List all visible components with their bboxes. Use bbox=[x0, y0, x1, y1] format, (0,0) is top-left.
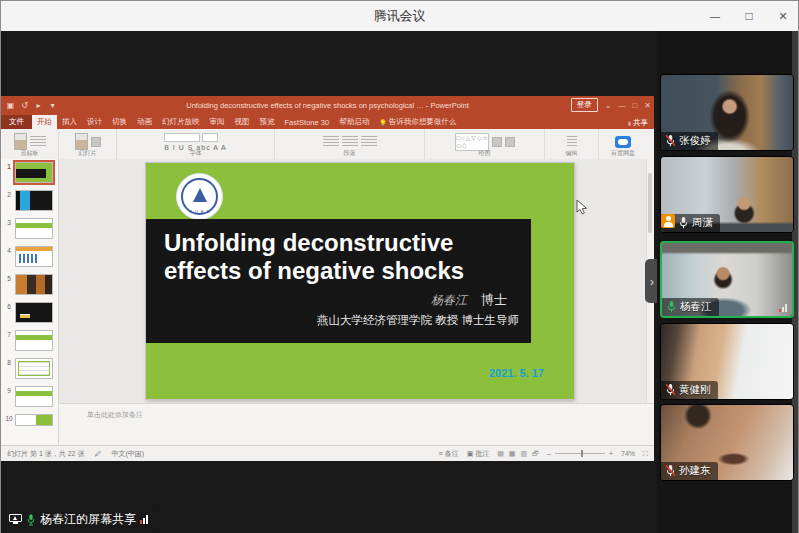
ppt-close-icon[interactable] bbox=[644, 101, 651, 110]
normal-view-icon[interactable]: ▤ bbox=[497, 450, 504, 458]
participant-tile[interactable]: 周潇 bbox=[660, 156, 794, 233]
new-slide-icon[interactable] bbox=[75, 133, 88, 150]
tab-review[interactable]: 审阅 bbox=[205, 115, 230, 129]
powerpoint-window: Unfolding deconstructive effects of nega… bbox=[1, 96, 654, 461]
slide-thumbnail-9[interactable]: 9 bbox=[3, 386, 58, 407]
minimize-icon[interactable] bbox=[708, 9, 722, 23]
slide-title-box[interactable]: Unfolding deconstructive effects of nega… bbox=[146, 219, 531, 343]
spellcheck-icon[interactable]: 🖉 bbox=[94, 450, 101, 457]
slideshow-view-icon[interactable]: 🗗 bbox=[532, 450, 539, 458]
slide-affiliation: 燕山大学经济管理学院 教授 博士生导师 bbox=[317, 313, 519, 328]
maximize-icon[interactable] bbox=[742, 9, 756, 23]
ribbon-group-editing: 编辑 bbox=[545, 129, 599, 159]
tab-design[interactable]: 设计 bbox=[82, 115, 107, 129]
ppt-minimize-icon[interactable] bbox=[618, 101, 625, 110]
slide-thumbnail-2[interactable]: 2 bbox=[3, 190, 58, 211]
ppt-restore-icon[interactable] bbox=[632, 101, 637, 110]
reading-view-icon[interactable]: ▥ bbox=[520, 450, 527, 458]
comments-toggle[interactable]: ▣ 批注 bbox=[467, 449, 490, 459]
slide-thumbnail-3[interactable]: 3 bbox=[3, 218, 58, 239]
mouse-cursor bbox=[576, 199, 588, 216]
ppt-document-title: Unfolding deconstructive effects of nega… bbox=[1, 101, 654, 110]
participant-tile[interactable]: 张俊婷 bbox=[660, 74, 794, 151]
mic-muted-icon bbox=[665, 134, 676, 148]
current-slide[interactable]: N U A A Unfolding deconstructive effects… bbox=[146, 163, 574, 399]
language-status[interactable]: 中文(中国) bbox=[111, 449, 144, 459]
zoom-control[interactable]: – + bbox=[547, 450, 613, 457]
tab-file[interactable]: 文件 bbox=[1, 115, 32, 129]
slideshow-icon[interactable] bbox=[34, 101, 43, 110]
slide-thumbnail-panel[interactable]: 1 2 3 4 5 6 7 8 9 10 bbox=[1, 159, 59, 446]
tab-view[interactable]: 视图 bbox=[230, 115, 255, 129]
ppt-titlebar: Unfolding deconstructive effects of nega… bbox=[1, 96, 654, 114]
save-icon[interactable] bbox=[6, 101, 15, 110]
participant-name: 杨春江 bbox=[680, 300, 712, 314]
ppt-status-bar: 幻灯片 第 1 张，共 22 张 🖉 中文(中国) ≡ 备注 ▣ 批注 ▤ ▦ … bbox=[1, 445, 654, 461]
mic-muted-icon bbox=[665, 464, 676, 478]
participants-sidebar: 张俊婷 周潇 杨春 bbox=[657, 31, 798, 533]
slide-thumbnail-1[interactable]: 1 bbox=[3, 162, 58, 183]
paste-icon[interactable] bbox=[14, 133, 27, 150]
baidu-cloud-icon[interactable] bbox=[615, 136, 631, 148]
person-icon bbox=[628, 119, 632, 128]
notes-toggle[interactable]: ≡ 备注 bbox=[439, 449, 459, 459]
font-name-box[interactable] bbox=[164, 133, 200, 142]
slide-counter: 幻灯片 第 1 张，共 22 张 bbox=[7, 449, 84, 459]
slide-thumbnail-10[interactable]: 10 bbox=[3, 414, 58, 426]
mic-muted-icon bbox=[665, 383, 676, 397]
tab-preview[interactable]: 预览 bbox=[255, 115, 280, 129]
tab-faststone[interactable]: FastStone 30 bbox=[280, 116, 335, 129]
ppt-ribbon: 剪贴板 幻灯片 B I U S abc A︎ A 字体 段落 bbox=[1, 129, 654, 160]
ribbon-group-font: B I U S abc A︎ A 字体 bbox=[117, 129, 275, 159]
tab-transitions[interactable]: 切换 bbox=[107, 115, 132, 129]
mic-on-icon bbox=[678, 216, 689, 230]
slide-thumbnail-8[interactable]: 8 bbox=[3, 358, 58, 379]
participant-tile[interactable]: 孙建东 bbox=[660, 404, 794, 481]
ppt-quick-access-toolbar bbox=[6, 101, 57, 110]
screen-share-banner[interactable]: 杨春江的屏幕共享 bbox=[4, 509, 155, 530]
ribbon-group-drawing: □○△▽◇☆ ⬭⬯ 绘图 bbox=[425, 129, 545, 159]
share-banner-text: 杨春江的屏幕共享 bbox=[40, 511, 136, 528]
ppt-signin-button[interactable]: 登录 bbox=[571, 98, 598, 112]
undo-icon[interactable] bbox=[20, 101, 29, 110]
lightbulb-icon bbox=[379, 118, 387, 127]
tab-help[interactable]: 帮助启动 bbox=[334, 115, 374, 129]
ppt-share-button[interactable]: 共享 bbox=[628, 118, 649, 128]
zoom-level[interactable]: 74% bbox=[621, 450, 635, 457]
ribbon-group-paragraph: 段落 bbox=[275, 129, 425, 159]
notes-pane[interactable]: 单击此处添加备注 bbox=[59, 403, 654, 446]
ribbon-options-icon[interactable] bbox=[605, 101, 612, 110]
ribbon-group-clipboard: 剪贴板 bbox=[1, 129, 59, 159]
slide-thumbnail-6[interactable]: 6 bbox=[3, 302, 58, 323]
host-badge-icon bbox=[661, 214, 675, 228]
slide-author: 杨春江博士 bbox=[431, 291, 507, 309]
fit-window-icon[interactable]: ⛶ bbox=[643, 450, 648, 458]
participant-tile-active-speaker[interactable]: 杨春江 bbox=[660, 241, 794, 318]
quick-access-more-icon[interactable] bbox=[48, 101, 57, 110]
close-icon[interactable] bbox=[776, 9, 790, 23]
slide-thumbnail-5[interactable]: 5 bbox=[3, 274, 58, 295]
slide-thumbnail-4[interactable]: 4 bbox=[3, 246, 58, 267]
participant-name: 周潇 bbox=[692, 216, 713, 230]
participant-tile[interactable]: 黄健刚 bbox=[660, 323, 794, 400]
shapes-gallery[interactable]: □○△▽◇☆ ⬭⬯ bbox=[455, 133, 489, 151]
font-size-box[interactable] bbox=[202, 133, 218, 142]
slide-date: 2021. 5. 17 bbox=[489, 367, 544, 379]
ribbon-group-baidu: 百度网盘 bbox=[599, 129, 647, 159]
tab-slideshow[interactable]: 幻灯片放映 bbox=[157, 115, 205, 129]
ribbon-group-slides: 幻灯片 bbox=[59, 129, 117, 159]
tab-animations[interactable]: 动画 bbox=[132, 115, 157, 129]
notes-placeholder: 单击此处添加备注 bbox=[87, 410, 654, 420]
participant-name: 张俊婷 bbox=[679, 134, 711, 148]
university-logo: N U A A bbox=[176, 173, 223, 220]
zoom-slider[interactable] bbox=[555, 453, 605, 454]
ppt-editor-body: 1 2 3 4 5 6 7 8 9 10 N U A A bbox=[1, 159, 654, 446]
slide-thumbnail-7[interactable]: 7 bbox=[3, 330, 58, 351]
tab-home[interactable]: 开始 bbox=[32, 115, 57, 129]
screen-share-icon bbox=[9, 514, 22, 525]
sorter-view-icon[interactable]: ▦ bbox=[509, 450, 516, 458]
tab-insert[interactable]: 插入 bbox=[57, 115, 82, 129]
zoom-out-icon[interactable]: – bbox=[547, 450, 551, 457]
zoom-in-icon[interactable]: + bbox=[609, 450, 613, 457]
tell-me-search[interactable]: 告诉我你想要做什么 bbox=[374, 115, 461, 129]
